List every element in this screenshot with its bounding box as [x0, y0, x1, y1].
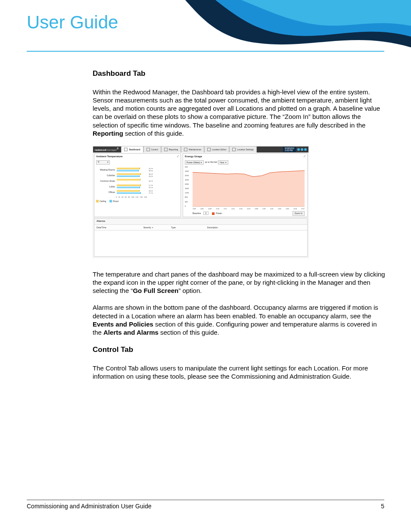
row-label: Common Areas — [96, 180, 116, 182]
energy-footer: Baseline 0 Power Zoom In — [193, 211, 305, 216]
row-value: 70 °F — [149, 170, 157, 172]
col-description[interactable]: Description — [205, 225, 307, 230]
select-label: Hour — [220, 161, 224, 164]
temperature-row: Lobby 77 °F75 °F — [96, 184, 179, 190]
col-severity-label: Severity — [143, 226, 153, 229]
header-icon[interactable] — [301, 148, 303, 151]
temperature-row: Common Areas 76 °F — [96, 178, 179, 184]
x-tick: 1:09 — [208, 208, 212, 210]
clock-time: 2:03 PM — [285, 149, 294, 152]
temperature-row: Cubicles 78 °F73 °F — [96, 173, 179, 178]
app-brand: redwoodmanager® — [95, 147, 118, 152]
y-tick: 2000 — [185, 183, 189, 185]
col-severity[interactable]: Severity — [141, 225, 169, 230]
x-tick: 1:53 — [293, 208, 297, 210]
x-tick: 1:49 — [286, 208, 289, 210]
tab-label: Location Editor — [212, 147, 226, 152]
power-swatch — [212, 212, 215, 215]
header-underline — [27, 51, 384, 52]
row-value: 77 °F — [149, 192, 157, 194]
chevron-down-icon: ▾ — [201, 161, 202, 164]
axis-tick: 60 — [125, 196, 127, 198]
tab-dashboard[interactable]: Dashboard — [121, 146, 143, 152]
tab-icon — [232, 148, 236, 151]
tab-icon — [184, 148, 187, 151]
bold-term: Go Full Screen — [133, 287, 178, 294]
x-tick: 1:33 — [255, 208, 258, 210]
x-tick: 1:41 — [270, 208, 274, 210]
zoom-in-button[interactable]: Zoom In — [293, 211, 305, 216]
bold-term: Events and Policies — [93, 320, 153, 328]
x-tick: 1:29 — [247, 208, 250, 210]
footer-page-number: 5 — [381, 503, 384, 510]
range-select[interactable]: Hour▾ — [218, 160, 228, 165]
x-tick: 1:17 — [224, 208, 227, 210]
clock: 9/29/2012 2:03 PM — [283, 147, 296, 152]
x-tick: 1:57 — [301, 208, 305, 210]
bold-term: Alerts and Alarms — [103, 329, 159, 336]
alarms-pane: Alarms Date/Time Severity Type Descripti… — [94, 218, 308, 257]
axis-tick: 40 — [121, 196, 123, 198]
header-icon[interactable] — [297, 148, 300, 151]
text: Alarms are shown in the bottom pane of t… — [93, 304, 378, 319]
tab-label: Reporting — [169, 147, 178, 152]
y-tick: 600 — [185, 196, 188, 199]
alarms-table: Date/Time Severity Type Description — [94, 225, 307, 230]
axis-tick: 80 — [128, 196, 130, 198]
brand-reg: ® — [117, 147, 119, 150]
page-header: User Guide — [0, 0, 411, 52]
tab-icon — [146, 148, 150, 151]
baseline-label: Baseline — [193, 212, 201, 215]
y-tick: 500 — [185, 166, 188, 168]
metric-select[interactable]: Power (Watts)▾ — [185, 160, 204, 165]
heading-dashboard-tab: Dashboard Tab — [93, 69, 386, 78]
tab-icon — [164, 148, 168, 151]
tab-location-editor[interactable]: Location Editor — [204, 146, 229, 152]
x-tick: 1:01 — [193, 208, 196, 210]
header-icon[interactable] — [304, 148, 307, 151]
axis-tick: 0 — [116, 196, 117, 198]
baseline-input[interactable]: 0 — [203, 212, 209, 215]
tab-control[interactable]: Control — [143, 146, 161, 152]
chevron-down-icon: ▾ — [107, 161, 109, 163]
row-label: Cubicles — [96, 174, 116, 177]
tab-label: Control — [151, 147, 158, 152]
y-tick: 1600 — [185, 188, 189, 190]
paragraph: Alarms are shown in the bottom pane of t… — [93, 303, 386, 336]
pane-title: Energy Usage — [185, 155, 305, 159]
tab-maintenance[interactable]: Maintenance — [181, 146, 204, 152]
footer-left: Commissioning and Administration User Gu… — [27, 503, 151, 510]
pane-title: Ambient Temperature — [96, 155, 179, 159]
text: ” option. — [178, 287, 202, 294]
expand-icon[interactable]: ⤢ — [176, 155, 179, 158]
app-bar: redwoodmanager® Dashboard Control Report… — [93, 146, 308, 152]
tab-location-settings[interactable]: Location Settings — [229, 146, 256, 152]
axis-tick: 140 — [140, 196, 143, 198]
unit-select[interactable]: °F▾ — [96, 160, 110, 165]
tab-icon — [124, 148, 128, 151]
paragraph: The Control Tab allows users to manipula… — [93, 364, 386, 380]
header-icons — [297, 148, 307, 151]
axis-tick: 120 — [136, 196, 139, 198]
x-tick: 1:25 — [239, 208, 243, 210]
dashboard-panes-row: Ambient Temperature ⤢ °F▾ Meeting Rooms … — [93, 152, 308, 218]
legend-swatch — [96, 200, 99, 202]
bold-term: Reporting — [93, 130, 123, 137]
row-value: 73 °F — [149, 175, 157, 177]
expand-icon[interactable]: ⤢ — [303, 155, 306, 158]
energy-selectors: Power (Watts)▾ up to the last Hour▾ — [185, 160, 305, 165]
axis-tick: 20 — [118, 196, 120, 198]
unit-label: °F — [97, 161, 100, 163]
y-tick: 0 — [185, 205, 186, 207]
legend-swatch — [109, 200, 112, 202]
text: section of this guide. — [123, 130, 184, 137]
text: Within the Redwood Manager, the Dashboar… — [93, 88, 380, 129]
col-type[interactable]: Type — [169, 225, 205, 230]
ambient-temperature-pane: Ambient Temperature ⤢ °F▾ Meeting Rooms … — [94, 153, 181, 217]
tab-reporting[interactable]: Reporting — [161, 146, 181, 152]
col-date[interactable]: Date/Time — [94, 225, 141, 230]
x-tick: 1:45 — [278, 208, 281, 210]
energy-usage-pane: Energy Usage ⤢ Power (Watts)▾ up to the … — [183, 153, 308, 217]
page-footer: Commissioning and Administration User Gu… — [27, 500, 384, 510]
select-label: Power (Watts) — [187, 161, 200, 164]
